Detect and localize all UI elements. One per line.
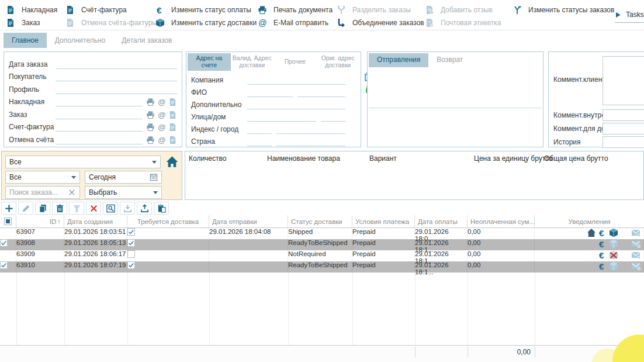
document-number-icon[interactable]	[168, 111, 177, 119]
paste-button[interactable]	[154, 202, 169, 215]
type-filter-select[interactable]: Все	[5, 171, 80, 184]
date-filter-field[interactable]: Сегодня	[85, 171, 162, 184]
column-header-unpaid[interactable]: Неоплаченная сум...	[468, 215, 535, 227]
home-icon[interactable]	[166, 156, 178, 167]
row-checkbox[interactable]	[0, 239, 8, 247]
export-button[interactable]	[137, 202, 152, 215]
tab-order-details[interactable]: Детали заказов	[113, 33, 180, 48]
order-row[interactable]: 6390929.01.2026 18:06:17NotRequiredPrepa…	[0, 250, 644, 261]
column-header-ship-date[interactable]: Дата отправки	[209, 215, 288, 227]
waybill-input[interactable]	[56, 98, 143, 106]
items-header-unit-price: Цена за единицу брутто	[474, 154, 552, 163]
document-gear-icon	[425, 18, 434, 27]
import-button[interactable]	[120, 202, 135, 215]
clear-filter-button[interactable]	[86, 202, 101, 215]
column-header-notifications[interactable]: Уведомления	[535, 215, 644, 227]
column-header-payment-date[interactable]: Дата оплаты	[415, 215, 468, 227]
street-input[interactable]	[247, 113, 316, 122]
send-email-button[interactable]: @E-Mail отправить	[258, 18, 328, 28]
tab-original-shipping-address[interactable]: Ориг. адрес доставки	[317, 53, 360, 71]
additional-input[interactable]	[247, 101, 345, 109]
cube-crossed-icon	[609, 250, 618, 260]
plus-icon	[5, 204, 13, 213]
tasks-button[interactable]: Tasks	[615, 11, 644, 23]
order-row[interactable]: 6390829.01.2026 18:05:13ReadyToBeShipped…	[0, 239, 644, 250]
email-icon[interactable]: @	[157, 111, 166, 119]
tab-shipments[interactable]: Отправления	[369, 53, 428, 67]
first-name-input[interactable]	[247, 88, 293, 97]
country-input[interactable]	[276, 137, 345, 146]
change-delivery-status-button[interactable]: Изменить статус доставки	[155, 18, 257, 28]
merge-orders-button[interactable]: Объединение заказов	[337, 18, 424, 28]
filter-button[interactable]	[69, 202, 84, 215]
country-code-input[interactable]	[247, 137, 272, 146]
print-icon[interactable]	[146, 123, 155, 132]
order-number-input[interactable]	[56, 111, 143, 119]
svg-text:€: €	[599, 261, 604, 271]
print-icon[interactable]	[146, 136, 155, 144]
tab-additional[interactable]: Дополнительно	[47, 33, 113, 48]
company-input[interactable]	[247, 76, 345, 85]
view-filter-select[interactable]: Все	[5, 156, 161, 168]
clear-search-icon[interactable]	[68, 188, 76, 196]
delete-button[interactable]	[52, 202, 67, 215]
column-header-created[interactable]: Дата создания	[64, 215, 127, 227]
change-order-statuses-button[interactable]: Изменить статусы заказов	[513, 5, 614, 15]
row-checkbox[interactable]	[0, 261, 8, 269]
tab-main[interactable]: Главное	[4, 33, 47, 48]
email-icon[interactable]: @	[157, 98, 166, 106]
order-row[interactable]: 6390729.01.2026 18:03:5129.01.2026 18:04…	[0, 228, 644, 239]
svg-text:€: €	[599, 239, 604, 249]
document-number-icon[interactable]	[168, 123, 177, 132]
column-header-id[interactable]: ID↑	[16, 215, 64, 227]
profile-input[interactable]	[56, 85, 177, 94]
edit-button[interactable]	[18, 202, 33, 215]
print-icon[interactable]	[146, 98, 155, 106]
order-button[interactable]: Заказ	[6, 18, 40, 28]
invoice-number-input[interactable]	[56, 123, 143, 132]
tab-valid-shipping-address[interactable]: Валид. Адрес доставки	[231, 53, 274, 71]
calendar-icon[interactable]	[150, 173, 158, 181]
document-icon	[6, 5, 15, 15]
order-date-input[interactable]	[56, 60, 177, 69]
add-button[interactable]	[1, 202, 16, 215]
email-icon[interactable]: @	[157, 136, 166, 144]
email-icon[interactable]: @	[157, 123, 166, 132]
order-search-input[interactable]: Поиск заказа...	[5, 186, 80, 199]
internal-comment-input[interactable]	[603, 109, 644, 121]
buyer-input[interactable]	[56, 73, 177, 81]
cancel-invoice-input[interactable]	[56, 136, 143, 144]
ship-date-cell: 29.01.2026 18:04:08	[209, 228, 288, 239]
invoice-button[interactable]: Счёт-фактура	[65, 5, 127, 15]
change-payment-status-button[interactable]: €Изменить статус оплаты	[155, 5, 251, 15]
select-filter-select[interactable]: Выбрать	[85, 186, 162, 199]
column-header-payment-terms[interactable]: Условия платежа	[352, 215, 415, 227]
created-date-cell: 29.01.2026 18:06:17	[64, 250, 127, 261]
city-input[interactable]	[276, 125, 345, 134]
select-all-checkbox[interactable]	[0, 215, 16, 227]
column-header-delivery-status[interactable]: Статус доставки	[288, 215, 352, 227]
last-name-input[interactable]	[297, 88, 345, 97]
copy-button[interactable]	[35, 202, 50, 215]
column-header-delivery-required[interactable]: Требуется доставка	[127, 215, 209, 227]
zip-input[interactable]	[247, 125, 272, 134]
unpaid-amount-cell: 0,00	[468, 228, 535, 239]
tab-other[interactable]: Прочее	[273, 53, 317, 71]
client-comment-input[interactable]	[603, 56, 644, 105]
search-records-button[interactable]	[103, 202, 118, 215]
cube-icon	[609, 261, 618, 271]
print-document-button[interactable]: Печать документа	[258, 5, 333, 15]
history-input[interactable]	[603, 136, 644, 148]
tab-returns[interactable]: Возврат	[428, 53, 471, 67]
tab-billing-address[interactable]: Адрес на счете	[188, 53, 231, 71]
shipments-panel: Отправления Возврат	[367, 51, 543, 147]
document-number-icon[interactable]	[168, 98, 177, 106]
house-input[interactable]	[321, 113, 345, 122]
date-filter-value: Сегодня	[89, 173, 150, 181]
button-label: E-Mail отправить	[273, 19, 328, 27]
document-comment-input[interactable]	[603, 123, 644, 135]
order-row[interactable]: 6391029.01.2026 18:07:19ReadyToBeShipped…	[0, 261, 644, 273]
print-icon[interactable]	[146, 111, 155, 119]
invoice-note-button[interactable]: Накладная	[6, 5, 57, 15]
document-number-icon[interactable]	[168, 136, 177, 144]
